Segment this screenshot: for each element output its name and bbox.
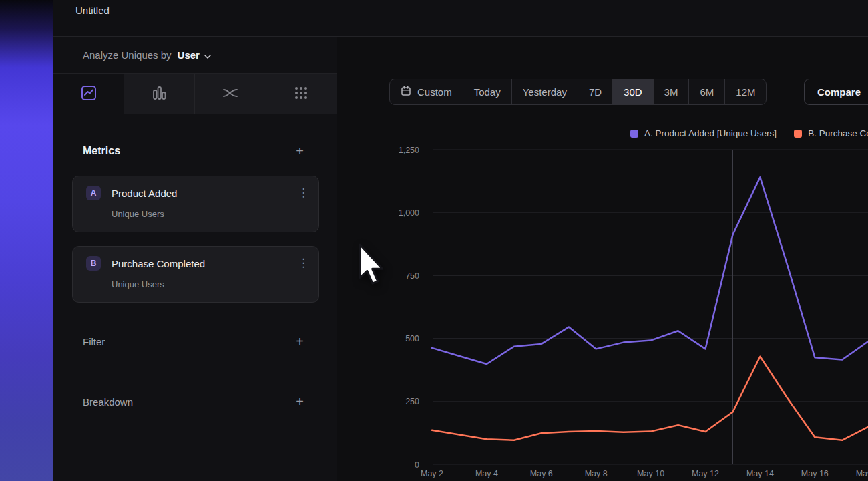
filter-label: Filter (83, 336, 105, 347)
svg-text:750: 750 (405, 271, 419, 281)
metric-row: B Purchase Completed (86, 256, 292, 271)
range-label: Custom (417, 86, 452, 98)
flows-icon (222, 84, 239, 104)
titlebar: Untitled (53, 0, 868, 37)
tab-flows[interactable] (194, 74, 266, 114)
svg-text:May 2: May 2 (421, 469, 443, 478)
range-12m[interactable]: 12M (724, 79, 766, 104)
chart-legend: A. Product Added [Unique Users] B. Purch… (630, 128, 868, 138)
legend-swatch-orange (794, 130, 802, 138)
grid-dots-icon (292, 84, 310, 104)
legend-item-product-added[interactable]: A. Product Added [Unique Users] (630, 128, 777, 138)
analyze-label: Analyze Uniques by (83, 49, 172, 61)
svg-text:May 10: May 10 (637, 469, 664, 478)
calendar-icon (401, 86, 411, 98)
bar-chart-icon (150, 84, 168, 104)
metrics-title: Metrics (83, 145, 120, 157)
chart-panel: 02505007501,0001,250May 2May 4May 6May 8… (337, 37, 868, 481)
legend-label: A. Product Added [Unique Users] (644, 128, 777, 138)
svg-text:May 16: May 16 (801, 469, 829, 478)
filter-row: Filter + (83, 332, 304, 351)
svg-text:500: 500 (405, 334, 419, 343)
metric-subtitle: Unique Users (112, 279, 164, 289)
svg-text:May 6: May 6 (530, 469, 553, 478)
range-yesterday[interactable]: Yesterday (511, 79, 578, 104)
chart-type-tabs (53, 74, 337, 114)
kebab-menu-icon[interactable]: ⋮ (298, 257, 309, 269)
add-filter-button[interactable]: + (296, 335, 304, 348)
svg-text:May 18: May 18 (856, 469, 868, 478)
breakdown-row: Breakdown + (83, 392, 304, 411)
metric-badge-b: B (86, 256, 101, 271)
range-6m[interactable]: 6M (688, 79, 724, 104)
kebab-menu-icon[interactable]: ⋮ (298, 187, 309, 198)
app-window: Untitled Analyze Uniques by User (0, 0, 868, 481)
svg-text:May 12: May 12 (692, 469, 719, 478)
line-chart-icon (80, 84, 97, 104)
analyze-row: Analyze Uniques by User (53, 37, 337, 74)
svg-text:250: 250 (405, 397, 419, 406)
analytics-app: Untitled Analyze Uniques by User (53, 0, 868, 481)
svg-text:May 8: May 8 (585, 469, 608, 478)
breakdown-label: Breakdown (83, 396, 133, 408)
analyze-by-value: User (178, 49, 200, 61)
metric-row: A Product Added (86, 186, 292, 200)
svg-text:0: 0 (415, 460, 419, 470)
tab-bar-chart[interactable] (124, 74, 195, 114)
background-gradient-strip (0, 0, 53, 481)
range-7d[interactable]: 7D (578, 79, 612, 104)
svg-text:May 4: May 4 (475, 469, 498, 478)
add-breakdown-button[interactable]: + (296, 395, 304, 408)
add-metric-button[interactable]: + (296, 144, 304, 158)
chevron-down-icon (204, 49, 211, 61)
analyze-by-dropdown[interactable]: User (178, 49, 211, 61)
metric-badge-a: A (86, 186, 101, 200)
metric-name: Product Added (112, 188, 177, 199)
metric-name: Purchase Completed (112, 258, 205, 269)
date-range-control: Custom Today Yesterday 7D 30D 3M 6M 12M (389, 79, 767, 105)
range-30d[interactable]: 30D (612, 79, 653, 104)
mouse-cursor (358, 243, 386, 287)
metric-card-purchase-completed[interactable]: B Purchase Completed ⋮ Unique Users (72, 246, 319, 303)
svg-text:May 14: May 14 (746, 469, 774, 478)
report-title: Untitled (75, 5, 110, 16)
legend-item-purchase-completed[interactable]: B. Purchase Completed [Unique Users] (794, 128, 868, 138)
legend-swatch-purple (630, 130, 638, 138)
tab-retention-grid[interactable] (266, 74, 337, 114)
tab-line-chart[interactable] (53, 74, 124, 114)
metrics-header: Metrics + (83, 142, 304, 160)
metric-subtitle: Unique Users (112, 209, 164, 219)
svg-text:1,000: 1,000 (399, 208, 419, 218)
svg-text:1,250: 1,250 (399, 146, 419, 155)
metric-card-product-added[interactable]: A Product Added ⋮ Unique Users (72, 176, 319, 232)
range-3m[interactable]: 3M (653, 79, 689, 104)
compare-button[interactable]: Compare (804, 79, 868, 105)
sidebar: Analyze Uniques by User (53, 37, 337, 481)
range-today[interactable]: Today (463, 79, 511, 104)
legend-label: B. Purchase Completed [Unique Users] (808, 128, 868, 138)
range-custom[interactable]: Custom (390, 79, 463, 104)
